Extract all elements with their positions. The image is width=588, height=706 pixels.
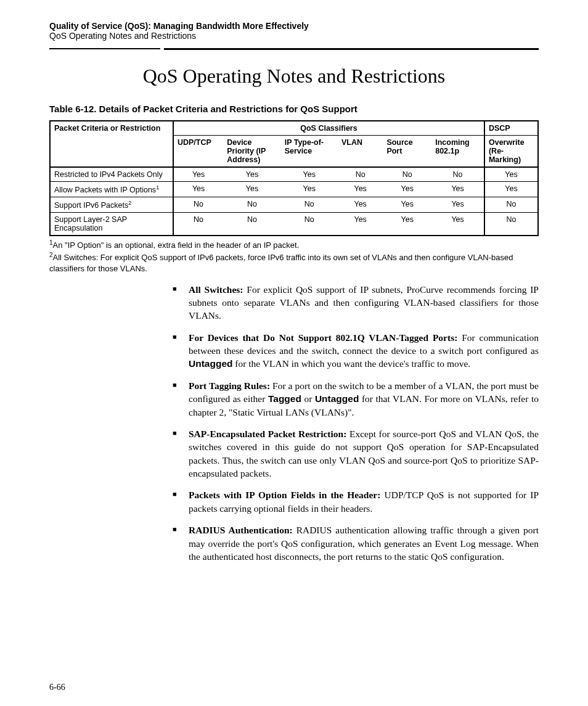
row-label: Support IPv6 Packets2 bbox=[50, 197, 173, 213]
cell: No bbox=[484, 197, 538, 213]
cell: No bbox=[223, 197, 280, 213]
cell: No bbox=[281, 213, 338, 236]
col-vlan: VLAN bbox=[338, 136, 383, 168]
cell: Yes bbox=[173, 167, 223, 182]
cell: Yes bbox=[431, 182, 484, 197]
cell: Yes bbox=[281, 182, 338, 197]
cell: No bbox=[431, 167, 484, 182]
col-tos: IP Type-of-Service bbox=[281, 136, 338, 168]
page-number: 6-66 bbox=[49, 683, 65, 692]
table-caption: Table 6-12. Details of Packet Criteria a… bbox=[49, 104, 539, 114]
footnote-1: 1An "IP Option" is an optional, extra fi… bbox=[49, 239, 539, 251]
col-group-qos: QoS Classifiers bbox=[173, 121, 484, 136]
running-head-line2: QoS Operating Notes and Restrictions bbox=[49, 31, 539, 41]
cell: Yes bbox=[484, 182, 538, 197]
cell: No bbox=[338, 167, 383, 182]
cell: Yes bbox=[484, 167, 538, 182]
cell: No bbox=[484, 213, 538, 236]
col-udp: UDP/TCP bbox=[173, 136, 223, 168]
list-item: For Devices that Do Not Support 802.1Q V… bbox=[173, 331, 539, 371]
notes-list: All Switches: For explicit QoS support o… bbox=[173, 283, 539, 564]
table-row: Support IPv6 Packets2NoNoNoYesYesYesNo bbox=[50, 197, 538, 213]
cell: Yes bbox=[281, 167, 338, 182]
cell: Yes bbox=[431, 197, 484, 213]
row-label: Support Layer-2 SAP Encapsulation bbox=[50, 213, 173, 236]
list-item: Packets with IP Option Fields in the Hea… bbox=[173, 488, 539, 515]
cell: Yes bbox=[338, 213, 383, 236]
cell: Yes bbox=[223, 182, 280, 197]
list-item: RADIUS Authentication: RADIUS authentica… bbox=[173, 523, 539, 563]
cell: Yes bbox=[173, 182, 223, 197]
col-device: Device Priority (IP Address) bbox=[223, 136, 280, 168]
cell: Yes bbox=[338, 182, 383, 197]
table-footnotes: 1An "IP Option" is an optional, extra fi… bbox=[49, 239, 539, 274]
cell: No bbox=[281, 197, 338, 213]
list-item: All Switches: For explicit QoS support o… bbox=[173, 283, 539, 322]
row-label: Allow Packets with IP Options1 bbox=[50, 182, 173, 197]
running-head: Quality of Service (QoS): Managing Bandw… bbox=[49, 21, 539, 41]
running-head-line1: Quality of Service (QoS): Managing Bandw… bbox=[49, 21, 539, 31]
cell: No bbox=[383, 167, 431, 182]
section-title: QoS Operating Notes and Restrictions bbox=[49, 65, 539, 88]
col-incoming: Incoming 802.1p bbox=[431, 136, 484, 168]
col-packet-criteria: Packet Criteria or Restriction bbox=[50, 121, 173, 167]
footnote-2: 2All Switches: For explicit QoS support … bbox=[49, 251, 539, 274]
col-source: Source Port bbox=[383, 136, 431, 168]
header-rule bbox=[49, 48, 539, 50]
cell: Yes bbox=[431, 213, 484, 236]
cell: Yes bbox=[338, 197, 383, 213]
cell: No bbox=[223, 213, 280, 236]
cell: No bbox=[173, 213, 223, 236]
qos-table: Packet Criteria or Restriction QoS Class… bbox=[49, 120, 539, 236]
row-label: Restricted to IPv4 Packets Only bbox=[50, 167, 173, 182]
table-row: Restricted to IPv4 Packets OnlyYesYesYes… bbox=[50, 167, 538, 182]
list-item: Port Tagging Rules: For a port on the sw… bbox=[173, 379, 539, 419]
table-row: Allow Packets with IP Options1YesYesYesY… bbox=[50, 182, 538, 197]
cell: No bbox=[173, 197, 223, 213]
col-group-dscp: DSCP bbox=[484, 121, 538, 136]
list-item: SAP-Encapsulated Packet Restriction: Exc… bbox=[173, 427, 539, 480]
cell: Yes bbox=[383, 197, 431, 213]
cell: Yes bbox=[383, 213, 431, 236]
col-dscp: Overwrite (Re-Marking) bbox=[484, 136, 538, 168]
cell: Yes bbox=[223, 167, 280, 182]
cell: Yes bbox=[383, 182, 431, 197]
table-row: Support Layer-2 SAP EncapsulationNoNoNoY… bbox=[50, 213, 538, 236]
